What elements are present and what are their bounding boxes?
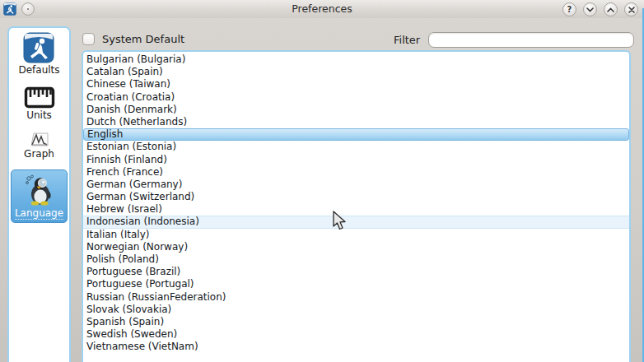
list-item[interactable]: French (France): [83, 166, 629, 179]
list-item[interactable]: Croatian (Croatia): [83, 91, 629, 104]
sidebar-label: Graph: [24, 148, 54, 160]
dive-profile-icon: [30, 132, 49, 147]
chevron-up-icon: [607, 7, 614, 12]
tux-penguin-icon: [23, 174, 56, 207]
list-item[interactable]: Dutch (Netherlands): [83, 116, 629, 128]
category-sidebar: Defaults Units Graph: [7, 26, 71, 362]
sidebar-label: Defaults: [18, 64, 59, 76]
list-item[interactable]: Hebrew (Israel): [83, 203, 629, 216]
list-item[interactable]: Danish (Denmark): [83, 104, 629, 116]
diver-icon: [23, 32, 54, 63]
list-item-selected[interactable]: English: [83, 128, 629, 141]
system-default-checkbox[interactable]: [82, 33, 95, 45]
list-item-hovered[interactable]: Indonesian (Indonesia): [83, 216, 629, 228]
list-item[interactable]: Polish (Poland): [83, 253, 629, 266]
sidebar-item-language[interactable]: Language: [11, 169, 68, 223]
list-item[interactable]: Catalan (Spain): [83, 66, 629, 78]
list-item[interactable]: Norwegian (Norway): [83, 241, 629, 253]
list-item[interactable]: Finnish (Finland): [83, 154, 629, 166]
list-item[interactable]: Portuguese (Brazil): [83, 266, 629, 278]
list-item[interactable]: Slovak (Slovakia): [83, 304, 629, 316]
list-item[interactable]: Spanish (Spain): [83, 316, 629, 328]
filter-label: Filter: [394, 34, 420, 46]
window-title: Preferences: [0, 2, 644, 15]
list-item[interactable]: Swedish (Sweden): [83, 328, 629, 341]
minimize-button[interactable]: [583, 2, 597, 16]
list-item[interactable]: Portuguese (Portugal): [83, 278, 629, 290]
sidebar-item-graph[interactable]: Graph: [24, 132, 54, 160]
titlebar[interactable]: Preferences ?: [0, 0, 644, 18]
filter-input[interactable]: [428, 32, 634, 48]
sidebar-label: Language: [15, 207, 63, 220]
list-item[interactable]: German (Germany): [83, 179, 629, 191]
list-item[interactable]: Italian (Italy): [83, 229, 629, 241]
sidebar-label: Units: [26, 109, 52, 121]
system-default-label: System Default: [102, 33, 184, 45]
list-item[interactable]: Bulgarian (Bulgaria): [83, 53, 629, 66]
maximize-button[interactable]: [604, 2, 618, 16]
help-button[interactable]: ?: [562, 2, 576, 16]
ruler-icon: [24, 86, 55, 109]
language-list[interactable]: Bulgarian (Bulgaria) Catalan (Spain) Chi…: [82, 50, 631, 362]
list-item[interactable]: Chinese (Taiwan): [83, 78, 629, 90]
list-item[interactable]: Estonian (Estonia): [83, 141, 629, 153]
help-icon: ?: [567, 5, 572, 14]
close-icon: [628, 7, 635, 13]
preferences-window: Preferences ? Defau: [0, 0, 644, 362]
close-button[interactable]: [624, 2, 638, 16]
sidebar-item-units[interactable]: Units: [24, 86, 55, 121]
sidebar-item-defaults[interactable]: Defaults: [18, 32, 59, 76]
list-item[interactable]: German (Switzerland): [83, 191, 629, 203]
chevron-down-icon: [586, 7, 594, 12]
list-item[interactable]: Russian (RussianFederation): [83, 291, 629, 304]
list-item[interactable]: Vietnamese (VietNam): [83, 341, 629, 353]
